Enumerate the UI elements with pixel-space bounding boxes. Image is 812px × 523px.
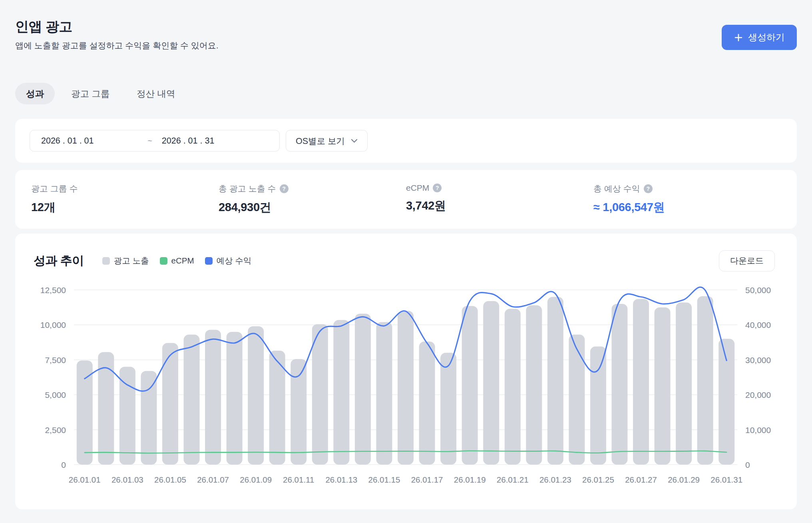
help-icon[interactable]: ? — [644, 184, 653, 193]
tab-settlement[interactable]: 정산 내역 — [126, 83, 186, 104]
legend-swatch — [102, 257, 110, 265]
svg-text:26.01.15: 26.01.15 — [368, 475, 400, 484]
svg-text:20,000: 20,000 — [745, 390, 771, 399]
filter-card: 2026 . 01 . 01 ~ 2026 . 01 . 31 OS별로 보기 — [15, 119, 797, 163]
svg-text:26.01.05: 26.01.05 — [154, 475, 186, 484]
tab-performance[interactable]: 성과 — [15, 83, 55, 104]
stat-value: 3,742원 — [406, 198, 593, 214]
end-date[interactable]: 2026 . 01 . 31 — [152, 136, 268, 146]
svg-text:26.01.23: 26.01.23 — [539, 475, 571, 484]
stat-label: eCPM — [406, 183, 429, 193]
stat-total-impressions: 총 광고 노출 수?284,930건 — [219, 183, 406, 216]
svg-text:26.01.19: 26.01.19 — [454, 475, 486, 484]
svg-text:26.01.27: 26.01.27 — [625, 475, 657, 484]
stat-value: ≈ 1,066,547원 — [593, 200, 781, 216]
chevron-down-icon — [351, 139, 358, 143]
svg-text:2,500: 2,500 — [45, 425, 66, 435]
os-filter-select[interactable]: OS별로 보기 — [286, 130, 368, 152]
stat-label: 총 광고 노출 수 — [219, 183, 276, 194]
svg-text:26.01.25: 26.01.25 — [582, 475, 614, 484]
page-header-text: 인앱 광고 앱에 노출할 광고를 설정하고 수익을 확인할 수 있어요. — [15, 18, 219, 52]
svg-text:10,000: 10,000 — [745, 425, 771, 435]
svg-text:26.01.13: 26.01.13 — [325, 475, 357, 484]
svg-text:0: 0 — [61, 460, 66, 469]
svg-text:26.01.07: 26.01.07 — [197, 475, 229, 484]
create-button-label: 생성하기 — [748, 31, 785, 44]
in-app-ads-page: 인앱 광고 앱에 노출할 광고를 설정하고 수익을 확인할 수 있어요. 생성하… — [0, 0, 812, 523]
left-axis: 02,5005,0007,50010,00012,500 — [40, 285, 66, 469]
legend-item-ecpm[interactable]: eCPM — [160, 256, 194, 265]
svg-text:26.01.03: 26.01.03 — [111, 475, 143, 484]
chart-legend: 광고 노출eCPM예상 수익 — [102, 255, 251, 266]
svg-text:40,000: 40,000 — [745, 320, 771, 329]
create-button[interactable]: 생성하기 — [722, 25, 797, 50]
stat-label: 총 예상 수익 — [593, 183, 640, 194]
x-axis: 26.01.0126.01.0326.01.0526.01.0726.01.09… — [69, 475, 742, 484]
legend-label: 광고 노출 — [114, 255, 149, 266]
svg-text:26.01.17: 26.01.17 — [411, 475, 443, 484]
legend-item-expected-revenue[interactable]: 예상 수익 — [205, 255, 252, 266]
svg-text:26.01.01: 26.01.01 — [69, 475, 101, 484]
legend-swatch — [160, 257, 167, 265]
page-title: 인앱 광고 — [15, 18, 219, 35]
stat-value: 284,930건 — [219, 200, 406, 216]
help-icon[interactable]: ? — [280, 184, 289, 193]
stat-ecpm: eCPM?3,742원 — [406, 183, 593, 216]
svg-text:5,000: 5,000 — [45, 390, 66, 399]
start-date[interactable]: 2026 . 01 . 01 — [41, 136, 147, 146]
svg-text:7,500: 7,500 — [45, 355, 66, 365]
page-header: 인앱 광고 앱에 노출할 광고를 설정하고 수익을 확인할 수 있어요. 생성하… — [15, 18, 797, 52]
stat-value: 12개 — [31, 200, 219, 216]
chart-title: 성과 추이 — [34, 253, 84, 269]
impressions-bars — [77, 296, 734, 465]
svg-text:26.01.29: 26.01.29 — [668, 475, 700, 484]
date-separator: ~ — [147, 136, 152, 146]
stats-card: 광고 그룹 수12개총 광고 노출 수?284,930건eCPM?3,742원총… — [15, 170, 797, 229]
legend-label: eCPM — [171, 256, 194, 265]
right-axis: 010,00020,00030,00040,00050,000 — [745, 285, 771, 469]
help-icon[interactable]: ? — [433, 184, 442, 192]
stat-total-expected-revenue: 총 예상 수익?≈ 1,066,547원 — [593, 183, 781, 216]
svg-text:30,000: 30,000 — [745, 355, 771, 365]
download-button[interactable]: 다운로드 — [719, 250, 775, 271]
chart-card: 성과 추이 광고 노출eCPM예상 수익 다운로드 02,5005,0007,5… — [15, 234, 797, 509]
date-range-picker[interactable]: 2026 . 01 . 01 ~ 2026 . 01 . 31 — [30, 130, 280, 152]
stat-label: 광고 그룹 수 — [31, 183, 78, 194]
page-subtitle: 앱에 노출할 광고를 설정하고 수익을 확인할 수 있어요. — [15, 40, 219, 52]
svg-text:26.01.31: 26.01.31 — [710, 475, 742, 484]
performance-chart[interactable]: 02,5005,0007,50010,00012,500010,00020,00… — [15, 276, 797, 500]
plus-icon — [734, 33, 743, 42]
legend-swatch — [205, 257, 213, 265]
svg-text:26.01.21: 26.01.21 — [497, 475, 529, 484]
svg-text:26.01.11: 26.01.11 — [283, 475, 314, 484]
legend-item-ad-impressions[interactable]: 광고 노출 — [102, 255, 149, 266]
os-filter-label: OS별로 보기 — [296, 135, 345, 147]
svg-text:50,000: 50,000 — [745, 285, 771, 295]
legend-label: 예상 수익 — [217, 255, 252, 266]
svg-text:26.01.09: 26.01.09 — [240, 475, 272, 484]
chart-header: 성과 추이 광고 노출eCPM예상 수익 다운로드 — [15, 248, 797, 273]
svg-text:10,000: 10,000 — [40, 320, 66, 329]
svg-text:0: 0 — [745, 460, 750, 469]
tab-ad-groups[interactable]: 광고 그룹 — [60, 83, 120, 104]
stat-ad-group-count: 광고 그룹 수12개 — [31, 183, 219, 216]
tab-bar: 성과광고 그룹정산 내역 — [15, 83, 797, 104]
svg-text:12,500: 12,500 — [40, 285, 66, 295]
